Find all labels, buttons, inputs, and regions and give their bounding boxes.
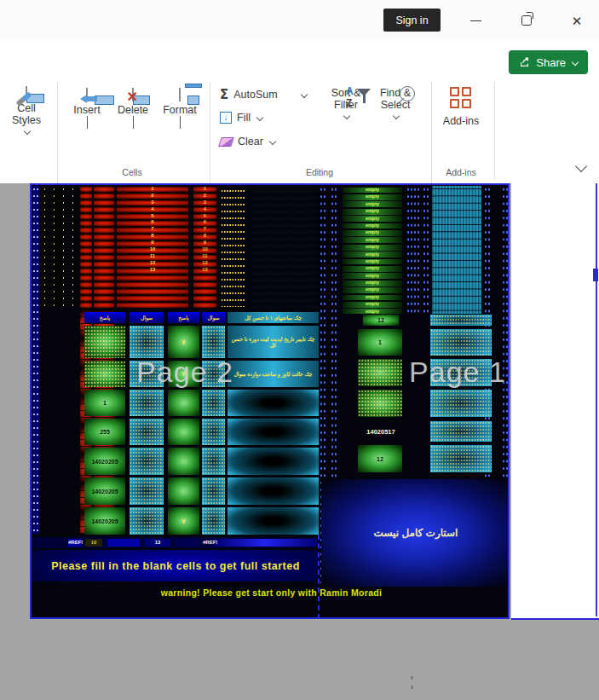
chevron-down-icon — [300, 91, 307, 98]
check-bar — [228, 448, 319, 475]
footer-cell — [107, 539, 140, 547]
footer-cell: 13 — [145, 539, 170, 547]
question-cell — [202, 326, 225, 358]
question-cell — [130, 477, 164, 505]
cell-styles-button[interactable]: Cell Styles — [2, 87, 51, 138]
chevron-down-icon — [87, 116, 88, 129]
answer-cell[interactable] — [84, 326, 125, 358]
chevron-down-icon — [180, 116, 181, 129]
not-started-text: استارت کامل نیست — [374, 527, 458, 539]
empty-col-green: emptyemptyemptyemptyemptyemptyemptyempty… — [343, 186, 402, 314]
insert-icon — [86, 88, 88, 101]
question-cell — [130, 326, 164, 358]
fill-hint-banner: Please fill in the blank cells to get fu… — [32, 550, 319, 581]
insert-arrow-icon — [80, 95, 87, 103]
answers-numbers: 12345678910111213 — [117, 186, 188, 307]
spreadsheet[interactable]: 12345678910111213 12345678910111213 empt… — [30, 183, 510, 619]
check-cell[interactable] — [168, 390, 199, 416]
ruler-icon — [185, 84, 202, 88]
ribbon-divider — [494, 82, 495, 180]
footer-cell — [176, 539, 199, 547]
check-bar-header: چک ساعتهای ۱ تا حسن کل — [228, 312, 319, 323]
label-cell — [430, 315, 492, 326]
footer-cell: 10 — [85, 539, 102, 547]
delete-button[interactable]: ✕ Delete — [112, 89, 153, 128]
format-icon — [179, 88, 181, 101]
answer-cell[interactable]: 255 — [84, 419, 125, 445]
cells-group-label: Cells — [94, 167, 170, 177]
addins-button[interactable]: Add-ins — [438, 87, 484, 127]
cell-styles-icon — [26, 86, 27, 100]
footer-row: #REF!1013#REF! — [32, 537, 319, 548]
footer-cell: #REF! — [68, 539, 81, 547]
format-label: Format — [158, 104, 201, 116]
answer-cell[interactable] — [358, 390, 402, 417]
answer-cell[interactable]: 12 — [358, 445, 402, 472]
chevron-down-icon — [393, 113, 400, 119]
fill-label: Fill — [237, 112, 251, 124]
label-cell — [430, 329, 492, 356]
footer-bar — [213, 539, 317, 547]
clear-button[interactable]: Clear — [220, 133, 275, 150]
addins-label: Add-ins — [438, 115, 484, 127]
check-cell[interactable]: ٧ — [168, 507, 199, 535]
grid-col-dark — [40, 186, 79, 307]
share-icon — [519, 56, 531, 68]
right-panel — [511, 183, 599, 620]
addins-icon — [450, 87, 472, 109]
excel-chrome: Sign in ✕ Share Cell Styles — [0, 0, 599, 183]
clear-label: Clear — [238, 136, 263, 148]
delete-label: Delete — [112, 104, 153, 116]
answer-cell[interactable]: 1 — [84, 390, 125, 416]
label-cell — [430, 421, 492, 442]
fill-icon: ↓ — [220, 112, 232, 124]
minimize-button[interactable] — [464, 10, 487, 31]
answer-cell[interactable]: 14020517 — [347, 421, 415, 442]
question-col-cyan — [248, 186, 319, 308]
check-bar: چک تایمر تاریخ اپدیت کیت دوره تا حسن کل — [228, 326, 319, 358]
scrollbar-track[interactable] — [596, 183, 597, 616]
autosum-button[interactable]: Σ AutoSum — [220, 86, 307, 103]
check-cell[interactable] — [168, 419, 199, 445]
restore-icon — [521, 15, 532, 26]
answer-cell[interactable]: 1 — [358, 329, 402, 356]
answer-cell[interactable]: 14020205 — [84, 448, 125, 475]
sign-in-button[interactable]: Sign in — [383, 9, 441, 32]
find-select-button[interactable]: Find & Select — [371, 85, 419, 123]
status-box: استارت کامل نیست — [321, 479, 510, 587]
yellow-flag-col — [221, 186, 245, 307]
share-label: Share — [536, 56, 566, 69]
sort-filter-button[interactable]: AZ Sort & Filter — [325, 85, 367, 123]
grid-col-blue-dotted — [406, 186, 420, 314]
title-bar: Sign in ✕ — [0, 0, 599, 39]
chevron-down-icon — [133, 116, 134, 129]
share-button[interactable]: Share — [509, 50, 588, 74]
question-cell — [202, 507, 225, 535]
ribbon: Cell Styles Insert ✕ Delete — [0, 77, 599, 183]
answer-cell[interactable]: 12 — [363, 315, 399, 326]
check-cell[interactable]: ٧ — [168, 326, 199, 358]
delete-x-icon: ✕ — [127, 90, 138, 104]
delete-icon: ✕ — [132, 88, 134, 101]
minimize-icon — [470, 20, 481, 21]
chevron-down-icon — [269, 138, 276, 145]
funnel-icon — [357, 89, 371, 96]
collapse-ribbon-chevron-icon[interactable] — [575, 160, 587, 172]
page2-watermark: Page 2 — [112, 356, 257, 389]
check-cell[interactable] — [168, 477, 199, 505]
answer-cell[interactable]: 14020205 — [84, 507, 125, 535]
format-button[interactable]: Format — [158, 89, 201, 128]
check-cell[interactable] — [168, 448, 199, 475]
restore-button[interactable] — [515, 10, 538, 31]
fill-button[interactable]: ↓ Fill — [220, 109, 262, 126]
grid-col-blue-dotted — [32, 186, 39, 534]
question-cell — [202, 448, 225, 475]
chevron-down-icon — [256, 114, 263, 121]
cell-styles-label: Cell Styles — [2, 102, 51, 126]
header-answer: پاسخ — [84, 312, 125, 323]
answer-cell[interactable]: 14020205 — [84, 477, 125, 505]
worksheet-area: 12345678910111213 12345678910111213 empt… — [0, 183, 599, 700]
insert-button[interactable]: Insert — [66, 89, 107, 128]
scrollbar-thumb[interactable] — [593, 269, 598, 281]
close-button[interactable]: ✕ — [566, 10, 588, 31]
